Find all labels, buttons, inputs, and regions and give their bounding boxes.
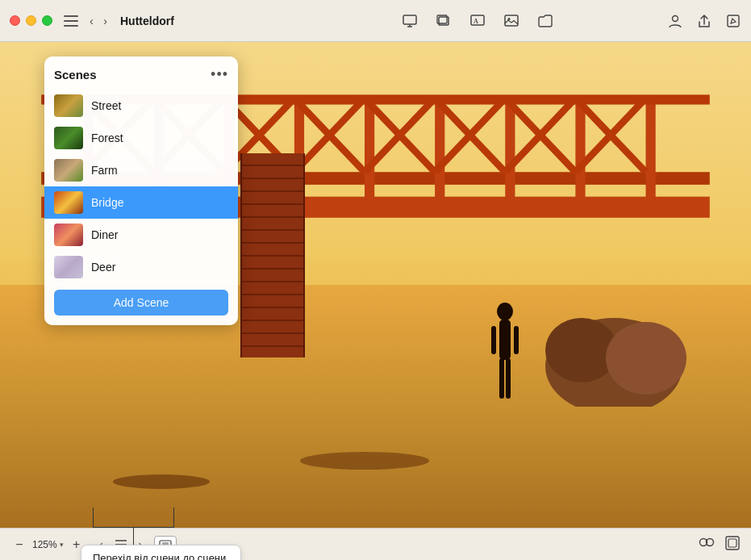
nav-arrows: ‹ › xyxy=(86,12,111,29)
edit-icon[interactable] xyxy=(725,13,741,29)
user-icon[interactable] xyxy=(667,13,683,29)
zoom-chevron-icon: ▾ xyxy=(60,541,64,549)
scenes-title: Scenes xyxy=(54,68,97,81)
scene-item-forest[interactable]: Forest xyxy=(44,122,238,154)
svg-point-47 xyxy=(606,322,686,395)
svg-rect-18 xyxy=(435,98,444,200)
scene-thumb-bridge xyxy=(54,191,83,214)
scenes-header: Scenes ••• xyxy=(44,66,238,90)
svg-rect-19 xyxy=(505,98,515,200)
zoom-display[interactable]: 125% ▾ xyxy=(32,539,64,550)
bottom-right-icons xyxy=(698,536,740,553)
figure-silhouette xyxy=(485,302,525,431)
close-button[interactable] xyxy=(10,15,20,26)
maximize-button[interactable] xyxy=(42,15,52,26)
svg-rect-21 xyxy=(646,98,656,200)
toolbar: A xyxy=(401,12,554,30)
svg-rect-0 xyxy=(403,15,416,24)
vegetation xyxy=(541,310,686,407)
titlebar-right-icons xyxy=(667,13,741,29)
traffic-lights xyxy=(10,15,52,26)
layers-icon[interactable] xyxy=(435,12,453,30)
svg-rect-41 xyxy=(499,358,504,399)
sidebar-toggle-button[interactable] xyxy=(64,15,78,27)
tooltip-box: Перехід від сцени до сцени. xyxy=(81,545,241,560)
scene-name-diner: Diner xyxy=(91,228,118,241)
scenes-panel: Scenes ••• Street Forest Farm Bridge Din… xyxy=(44,56,238,325)
bracket-right-vert xyxy=(173,508,174,528)
mud-patch-1 xyxy=(113,474,210,489)
window-title: Hutteldorf xyxy=(120,15,174,27)
folder-icon[interactable] xyxy=(536,12,554,30)
scene-item-street[interactable]: Street xyxy=(44,90,238,122)
zoom-level-text: 125% xyxy=(32,539,57,550)
svg-rect-42 xyxy=(506,358,511,399)
svg-point-9 xyxy=(672,15,678,21)
text-icon[interactable]: A xyxy=(469,12,486,30)
add-scene-button[interactable]: Add Scene xyxy=(54,290,228,316)
scene-thumb-forest xyxy=(54,127,83,149)
monitor-icon[interactable] xyxy=(401,12,419,30)
scene-name-bridge: Bridge xyxy=(91,196,123,209)
scenes-more-button[interactable]: ••• xyxy=(211,66,228,83)
scene-name-forest: Forest xyxy=(91,132,123,144)
share-icon[interactable] xyxy=(696,13,712,29)
scene-item-bridge[interactable]: Bridge xyxy=(44,186,238,219)
titlebar: ‹ › Hutteldorf A xyxy=(0,0,751,42)
svg-text:A: A xyxy=(474,18,478,25)
minimize-button[interactable] xyxy=(26,15,36,26)
scene-thumb-deer xyxy=(54,256,83,278)
forward-button[interactable]: › xyxy=(100,12,111,29)
scene-item-diner[interactable]: Diner xyxy=(44,219,238,251)
fullscreen-icon[interactable] xyxy=(725,536,740,553)
svg-rect-44 xyxy=(514,326,519,354)
svg-rect-43 xyxy=(491,326,496,354)
svg-rect-20 xyxy=(575,98,585,200)
mud-patch-2 xyxy=(300,452,429,470)
image-icon[interactable] xyxy=(503,12,520,30)
svg-rect-40 xyxy=(499,320,511,360)
scene-thumb-diner xyxy=(54,224,83,246)
svg-rect-10 xyxy=(728,15,739,27)
collaboration-icon[interactable] xyxy=(698,537,716,552)
zoom-out-button[interactable]: − xyxy=(11,537,27,553)
svg-rect-7 xyxy=(505,15,518,26)
scene-item-farm[interactable]: Farm xyxy=(44,154,238,186)
svg-point-39 xyxy=(497,303,513,320)
scene-name-street: Street xyxy=(91,99,121,112)
svg-rect-56 xyxy=(728,539,736,547)
scene-name-deer: Deer xyxy=(91,261,115,274)
back-button[interactable]: ‹ xyxy=(86,12,97,29)
scene-item-deer[interactable]: Deer xyxy=(44,251,238,283)
svg-rect-17 xyxy=(365,98,374,200)
scene-name-farm: Farm xyxy=(91,164,118,177)
bracket-left-vert xyxy=(93,508,94,528)
scene-thumb-street xyxy=(54,94,83,117)
scene-thumb-farm xyxy=(54,159,83,182)
bridge-pillar xyxy=(240,153,305,357)
